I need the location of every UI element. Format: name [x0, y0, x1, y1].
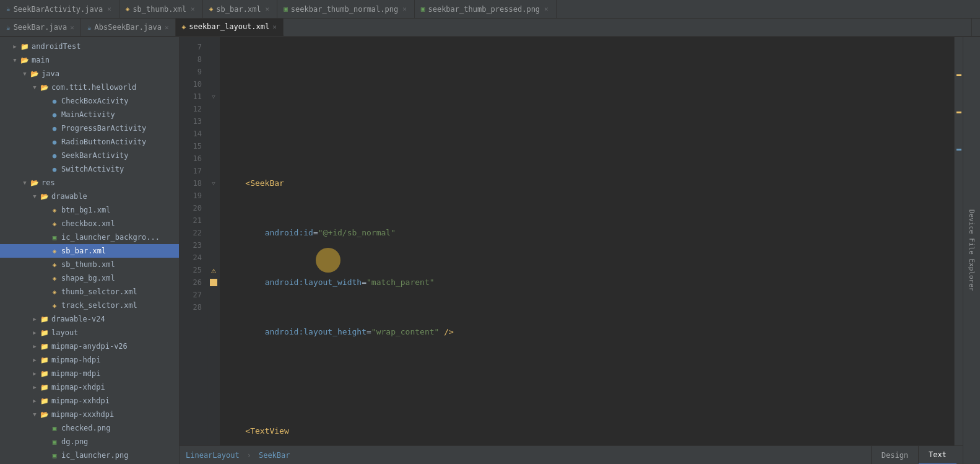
folder-open-icon: 📂: [20, 56, 30, 64]
sidebar-item-res[interactable]: ▼ 📂 res: [0, 176, 179, 190]
folder-icon: 📁: [40, 343, 50, 351]
fold-icon[interactable]: ▽: [212, 180, 215, 186]
sidebar-item-dg-png[interactable]: ▣ dg.png: [0, 435, 179, 449]
sidebar-item-sb-bar-xml[interactable]: ◈ sb_bar.xml: [0, 244, 179, 258]
tab-close-icon[interactable]: ✕: [189, 5, 196, 13]
sidebar-item-label: mipmap-xxxhdpi: [50, 410, 114, 419]
gutter-cell-11[interactable]: ▽: [207, 90, 220, 103]
breadcrumb-linearlayout[interactable]: LinearLayout: [186, 451, 240, 460]
bottom-tabs: Design Text: [871, 446, 956, 465]
tab-close-icon[interactable]: ✕: [264, 5, 271, 13]
tab-seekbar-thumb-normal-png[interactable]: ▣ seekbar_thumb_normal.png ✕: [277, 0, 415, 18]
tab-close-icon[interactable]: ✕: [272, 23, 277, 31]
project-sidebar[interactable]: ▶ 📁 androidTest ▼ 📂 main ▼ 📂 java ▼ 📂 co…: [0, 37, 180, 464]
sidebar-item-label: shape_bg.xml: [59, 274, 115, 282]
expand-arrow-icon: ▶: [30, 398, 40, 404]
code-line-12: [226, 375, 954, 388]
sidebar-item-seekbaractivity[interactable]: ● SeekBarActivity: [0, 149, 179, 162]
xml-icon: ◈: [209, 5, 214, 13]
tab-close-icon[interactable]: ✕: [106, 5, 113, 13]
sidebar-item-androidtest[interactable]: ▶ 📁 androidTest: [0, 40, 179, 53]
gutter-cell-15: [207, 140, 220, 152]
sidebar-item-mipmap-xhdpi[interactable]: ▶ 📁 mipmap-xhdpi: [0, 380, 179, 394]
tab-close-icon[interactable]: ✕: [543, 5, 550, 13]
expand-arrow-icon: ▼: [20, 180, 30, 186]
tab-label: SeekBar.java: [14, 23, 67, 32]
tab-abs-seekbar-java[interactable]: ☕ AbsSeekBar.java ✕: [81, 19, 176, 36]
tab-seekbar-layout-xml[interactable]: ◈ seekbar_layout.xml ✕: [176, 19, 284, 36]
sidebar-item-thumb-selctor-xml[interactable]: ◈ thumb_selctor.xml: [0, 285, 179, 299]
folder-open-icon: 📂: [30, 70, 40, 78]
tab-label: seekbar_layout.xml: [189, 22, 269, 31]
sidebar-item-label: btn_bg1.xml: [59, 206, 110, 214]
code-line-10: android:layout_width="match_parent": [226, 276, 954, 289]
sidebar-item-sb-thumb-xml[interactable]: ◈ sb_thumb.xml: [0, 258, 179, 271]
tab-close-icon[interactable]: ✕: [165, 24, 169, 32]
breadcrumb-separator: ›: [247, 451, 251, 460]
tab-close-icon[interactable]: ✕: [401, 5, 408, 13]
sidebar-item-main[interactable]: ▼ 📂 main: [0, 53, 179, 67]
sidebar-item-label: track_selctor.xml: [59, 301, 137, 310]
sidebar-item-mainactivity[interactable]: ● MainActivity: [0, 108, 179, 121]
folder-open-icon: 📂: [30, 179, 40, 187]
gutter-cell-18[interactable]: ▽: [207, 177, 220, 190]
breadcrumb-seekbar[interactable]: SeekBar: [259, 451, 290, 460]
tab-sb-thumb-xml[interactable]: ◈ sb_thumb.xml ✕: [119, 0, 203, 18]
tab-sb-bar-xml[interactable]: ◈ sb_bar.xml ✕: [203, 0, 278, 18]
sidebar-item-label: main: [30, 56, 50, 64]
sidebar-item-mipmap-xxhdpi[interactable]: ▶ 📁 mipmap-xxhdpi: [0, 394, 179, 408]
scrollbar-marker: [956, 74, 961, 76]
sidebar-item-progressbaractivity[interactable]: ● ProgressBarActivity: [0, 121, 179, 135]
gutter-cell-19: [207, 190, 220, 202]
tab-label: AbsSeekBar.java: [95, 23, 162, 32]
device-file-explorer-strip[interactable]: Device File Explorer: [963, 37, 980, 464]
sidebar-item-checked-png[interactable]: ▣ checked.png: [0, 421, 179, 435]
expand-arrow-icon: ▶: [30, 357, 40, 363]
scrollbar-marker: [956, 149, 961, 151]
sidebar-item-ic-launcher-bg[interactable]: ▣ ic_launcher_backgro...: [0, 230, 179, 244]
warning-icon: ⚠: [211, 265, 216, 275]
tab-close-icon[interactable]: ✕: [70, 24, 74, 32]
tab-text[interactable]: Text: [918, 446, 956, 465]
sidebar-item-track-selctor-xml[interactable]: ◈ track_selctor.xml: [0, 299, 179, 312]
sidebar-item-layout[interactable]: ▶ 📁 layout: [0, 326, 179, 339]
tab-seekbar-activity-java[interactable]: ☕ SeekBarActivity.java ✕: [0, 0, 119, 18]
bookmark-icon: [210, 279, 217, 286]
sidebar-item-drawable-v24[interactable]: ▶ 📁 drawable-v24: [0, 312, 179, 326]
code-editor[interactable]: 7 8 9 10 11 12 13 14 15 16 17 18 19 20 2…: [180, 37, 963, 445]
gutter-cell-27: [207, 289, 220, 301]
second-tab-bar: ☕ SeekBar.java ✕ ☕ AbsSeekBar.java ✕ ◈ s…: [0, 19, 980, 37]
right-scrollbar-strip[interactable]: [954, 37, 963, 445]
tab-design[interactable]: Design: [871, 446, 918, 465]
code-line-9: android:id="@+id/sb_normal": [226, 227, 954, 239]
sidebar-item-shape-bg-xml[interactable]: ◈ shape_bg.xml: [0, 271, 179, 285]
sidebar-item-btn-bg1[interactable]: ◈ btn_bg1.xml: [0, 203, 179, 217]
folder-open-icon: 📂: [40, 84, 50, 92]
expand-arrow-icon: ▼: [30, 411, 40, 418]
code-editor-area[interactable]: 7 8 9 10 11 12 13 14 15 16 17 18 19 20 2…: [180, 37, 963, 464]
sidebar-item-package[interactable]: ▼ 📂 com.ttit.helloworld: [0, 81, 179, 94]
gutter-cell-23: [207, 239, 220, 252]
fold-icon[interactable]: ▽: [212, 94, 215, 100]
expand-arrow-icon: ▶: [30, 316, 40, 322]
sidebar-item-radiobuttonactivity[interactable]: ● RadioButtonActivity: [0, 135, 179, 149]
sidebar-item-label: mipmap-mdpi: [50, 369, 100, 378]
sidebar-item-mipmap-hdpi[interactable]: ▶ 📁 mipmap-hdpi: [0, 353, 179, 367]
code-line-11: android:layout_height="wrap_content" />: [226, 326, 954, 338]
sidebar-item-drawable[interactable]: ▼ 📂 drawable: [0, 190, 179, 203]
sidebar-item-java[interactable]: ▼ 📂 java: [0, 67, 179, 81]
sidebar-item-mipmap-mdpi[interactable]: ▶ 📁 mipmap-mdpi: [0, 367, 179, 380]
gutter-cell-9: [207, 66, 220, 78]
png-file-icon: ▣: [50, 452, 59, 460]
sidebar-item-ic-launcher-png[interactable]: ▣ ic_launcher.png: [0, 449, 179, 462]
sidebar-item-mipmap-anydpi-v26[interactable]: ▶ 📁 mipmap-anydpi-v26: [0, 339, 179, 353]
tab-seekbar-thumb-pressed-png[interactable]: ▣ seekbar_thumb_pressed.png ✕: [415, 0, 557, 18]
code-content[interactable]: <SeekBar android:id="@+id/sb_normal" and…: [220, 37, 954, 445]
sidebar-item-checkbox-xml[interactable]: ◈ checkbox.xml: [0, 217, 179, 230]
sidebar-item-checkboxacivity[interactable]: ● CheckBoxAcivity: [0, 94, 179, 108]
sidebar-item-mipmap-xxxhdpi[interactable]: ▼ 📂 mipmap-xxxhdpi: [0, 408, 179, 421]
xml-file-icon: ◈: [50, 288, 59, 296]
tab-seekbar-java[interactable]: ☕ SeekBar.java ✕: [0, 19, 81, 36]
sidebar-item-switchactivity[interactable]: ● SwitchActivity: [0, 162, 179, 176]
sidebar-item-label: layout: [50, 328, 78, 337]
